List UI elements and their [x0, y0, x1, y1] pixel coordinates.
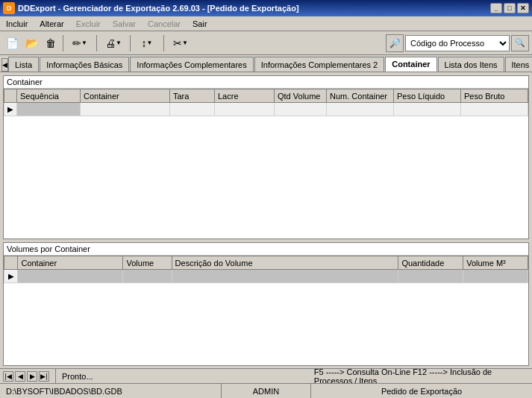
toolbar-separator-1 [63, 35, 63, 51]
cut-dropdown-button[interactable]: ✂ ▼ [167, 34, 194, 52]
cell-container-lacre[interactable] [215, 103, 275, 116]
cut-icon: ✂ [173, 37, 182, 49]
tab-lista-itens[interactable]: Lista dos Itens [438, 57, 504, 72]
nav-next-button[interactable]: ▶ [27, 371, 37, 382]
lookup-icon: 🔎 [389, 38, 401, 48]
search-button[interactable]: 🔍 [511, 35, 529, 51]
print-icon: 🖨 [105, 37, 116, 49]
vol-col-quantidade: Quantidade [398, 256, 463, 270]
volumes-new-row[interactable]: ▶ [4, 270, 528, 283]
delete-icon: 🗑 [46, 37, 56, 49]
volumes-grid[interactable]: Container Volume Descrição do Volume Qua… [4, 255, 528, 365]
open-icon: 📂 [25, 37, 38, 49]
edit-dropdown-button[interactable]: ✏ ▼ [66, 34, 93, 52]
cell-vol-descricao[interactable] [172, 270, 398, 283]
print-dropdown-button[interactable]: 🖨 ▼ [100, 34, 127, 52]
menu-cancelar[interactable]: Cancelar [145, 19, 184, 29]
search-type-select[interactable]: Código do Processo [405, 35, 510, 51]
cell-container-container[interactable] [81, 103, 170, 116]
status-bar: |◀ ◀ ▶ ▶| Pronto... F5 -----> Consulta O… [0, 368, 532, 383]
new-icon: 📄 [6, 37, 19, 49]
cell-vol-container[interactable] [18, 270, 123, 283]
edit-dropdown-arrow: ▼ [81, 40, 87, 46]
nav-first-button[interactable]: |◀ [3, 371, 13, 382]
bottom-bar: D:\BYSOFT\IBDADOS\BD.GDB ADMIN Pedido de… [0, 383, 532, 398]
col-header-container: Container [81, 89, 170, 103]
menu-excluir[interactable]: Excluir [73, 19, 104, 29]
tab-itens[interactable]: Itens [505, 57, 533, 72]
container-header-row: Sequência Container Tara Lacre Qtd Volum… [4, 89, 528, 103]
container-section: Container Sequência Container Tara Lacre… [3, 75, 529, 239]
db-path: D:\BYSOFT\IBDADOS\BD.GDB [0, 384, 222, 398]
current-module: Pedido de Exportação [311, 384, 532, 398]
col-header-num-container: Num. Container [327, 89, 394, 103]
col-header-peso-bruto: Peso Bruto [461, 89, 528, 103]
nav-last-button[interactable]: ▶| [39, 371, 49, 382]
container-grid[interactable]: Sequência Container Tara Lacre Qtd Volum… [4, 88, 528, 239]
container-table: Sequência Container Tara Lacre Qtd Volum… [4, 89, 528, 116]
tab-info-complementares-2[interactable]: Informações Complementares 2 [254, 57, 385, 72]
edit-icon: ✏ [72, 37, 81, 49]
title-bar: D DDExport - Gerenciador de Exportação 2… [0, 0, 532, 16]
maximize-button[interactable]: □ [504, 3, 516, 13]
tab-container[interactable]: Container [385, 57, 436, 72]
vol-col-indicator [4, 256, 18, 270]
toolbar: 📄 📂 🗑 ✏ ▼ 🖨 ▼ ↕ ▼ ✂ ▼ 🔎 Código do Proces… [0, 31, 532, 55]
col-header-qtd-volume: Qtd Volume [275, 89, 327, 103]
status-help: F5 -----> Consulta On-Line F12 -----> In… [308, 369, 529, 383]
menu-incluir[interactable]: Incluir [3, 19, 31, 29]
tab-info-basicas[interactable]: Informações Básicas [40, 57, 129, 72]
nav-controls: |◀ ◀ ▶ ▶| [3, 369, 56, 383]
lookup-icon-button[interactable]: 🔎 [386, 34, 404, 52]
container-section-title: Container [4, 76, 528, 88]
col-header-lacre: Lacre [215, 89, 275, 103]
new-button[interactable]: 📄 [3, 34, 21, 52]
arrows-icon: ↕ [142, 37, 147, 49]
arrows-dropdown-arrow: ▼ [147, 40, 153, 46]
delete-button[interactable]: 🗑 [42, 34, 60, 52]
tab-lista[interactable]: Lista [8, 57, 39, 72]
menu-salvar[interactable]: Salvar [110, 19, 139, 29]
volumes-table: Container Volume Descrição do Volume Qua… [4, 256, 528, 283]
col-header-tara: Tara [170, 89, 215, 103]
row-indicator-container: ▶ [4, 103, 17, 116]
cell-container-qtd[interactable] [275, 103, 327, 116]
tabs-container: ◀ Lista Informações Básicas Informações … [0, 55, 532, 72]
tabs-scroll-left[interactable]: ◀ [1, 58, 8, 72]
close-button[interactable]: ✕ [517, 3, 529, 13]
cut-dropdown-arrow: ▼ [182, 40, 188, 46]
col-header-sequencia: Sequência [17, 89, 81, 103]
cell-vol-volume-m3[interactable] [463, 270, 528, 283]
toolbar-separator-4 [163, 35, 164, 51]
app-icon: D [3, 2, 15, 14]
col-header-peso-liquido: Peso Líquido [394, 89, 461, 103]
toolbar-separator-3 [130, 35, 131, 51]
main-content: Container Sequência Container Tara Lacre… [0, 72, 532, 369]
cell-container-sequencia[interactable] [17, 103, 81, 116]
cell-container-peso-bruto[interactable] [461, 103, 528, 116]
current-user: ADMIN [222, 384, 311, 398]
cell-container-peso-liq[interactable] [394, 103, 461, 116]
container-new-row[interactable]: ▶ [4, 103, 528, 116]
cell-vol-volume[interactable] [123, 270, 172, 283]
tab-info-complementares[interactable]: Informações Complementares [130, 57, 253, 72]
vol-col-volume: Volume [123, 256, 172, 270]
search-icon: 🔍 [515, 38, 525, 48]
volumes-header-row: Container Volume Descrição do Volume Qua… [4, 256, 528, 270]
row-indicator-volumes: ▶ [4, 270, 18, 283]
nav-prev-button[interactable]: ◀ [15, 371, 25, 382]
col-header-indicator [4, 89, 17, 103]
vol-col-volume-m3: Volume M³ [463, 256, 528, 270]
cell-container-num[interactable] [327, 103, 394, 116]
minimize-button[interactable]: _ [490, 3, 502, 13]
menu-alterar[interactable]: Alterar [37, 19, 66, 29]
volumes-section-title: Volumes por Container [4, 243, 528, 255]
print-dropdown-arrow: ▼ [116, 40, 122, 46]
cell-container-tara[interactable] [170, 103, 215, 116]
open-button[interactable]: 📂 [22, 34, 40, 52]
toolbar-separator-2 [96, 35, 97, 51]
vol-col-descricao: Descrição do Volume [172, 256, 398, 270]
menu-sair[interactable]: Sair [190, 19, 210, 29]
arrows-dropdown-button[interactable]: ↕ ▼ [134, 34, 160, 52]
cell-vol-quantidade[interactable] [398, 270, 463, 283]
